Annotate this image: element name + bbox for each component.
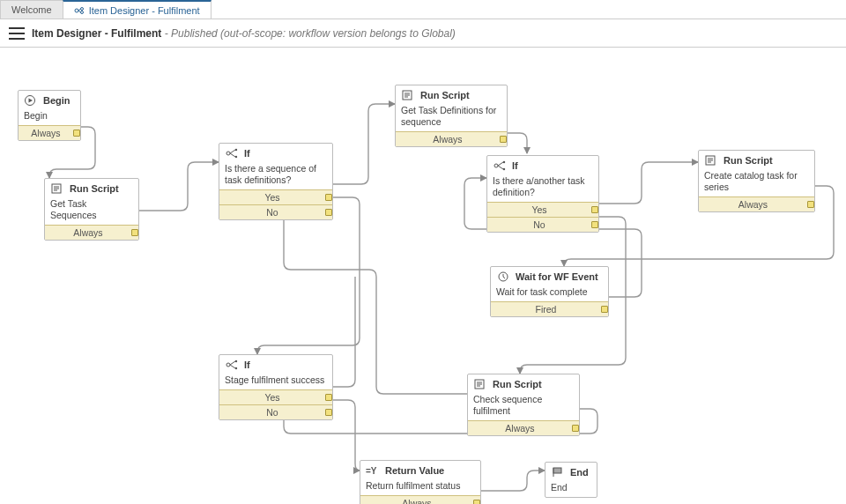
node-begin-body: Begin bbox=[19, 108, 80, 125]
svg-text:=Y: =Y bbox=[366, 466, 377, 476]
node-out: Always bbox=[699, 196, 814, 211]
svg-point-1 bbox=[80, 7, 83, 10]
port-out[interactable] bbox=[500, 136, 507, 143]
node-body: Return fulfilment status bbox=[360, 478, 480, 495]
svg-point-2 bbox=[80, 11, 83, 13]
flag-icon bbox=[551, 466, 565, 478]
node-check-sequence[interactable]: Run Script Check sequence fulfilment Alw… bbox=[467, 374, 580, 436]
breadcrumb: Item Designer - Fulfilment - Published (… bbox=[32, 27, 456, 40]
node-title: If bbox=[244, 148, 250, 159]
port-yes[interactable] bbox=[591, 206, 598, 213]
script-icon bbox=[473, 378, 487, 390]
node-begin-title: Begin bbox=[43, 95, 70, 106]
script-icon bbox=[704, 154, 718, 167]
node-title: Run Script bbox=[420, 90, 470, 100]
svg-line-15 bbox=[498, 166, 503, 169]
node-out-no: No bbox=[219, 204, 332, 219]
svg-point-7 bbox=[226, 152, 230, 155]
node-create-catalog-task[interactable]: Run Script Create catalog task for serie… bbox=[698, 150, 815, 212]
script-icon bbox=[50, 182, 64, 195]
branch-icon bbox=[225, 359, 239, 371]
svg-line-8 bbox=[230, 150, 235, 153]
node-title: If bbox=[512, 160, 518, 171]
node-title: Return Value bbox=[385, 465, 444, 476]
node-body: Get Task Sequences bbox=[45, 196, 138, 225]
tab-welcome[interactable]: Welcome bbox=[0, 0, 63, 19]
svg-point-20 bbox=[226, 363, 230, 367]
port-out[interactable] bbox=[572, 425, 579, 432]
svg-point-16 bbox=[503, 161, 505, 163]
play-icon bbox=[24, 94, 38, 107]
svg-line-21 bbox=[230, 361, 235, 365]
node-wait-wf-event[interactable]: Wait for WF Event Wait for task complete… bbox=[490, 266, 609, 317]
node-body: Wait for task complete bbox=[491, 285, 608, 301]
node-title: Wait for WF Event bbox=[516, 271, 598, 282]
node-out-yes: Yes bbox=[219, 389, 332, 404]
node-title: Run Script bbox=[70, 183, 119, 194]
menu-icon[interactable] bbox=[9, 27, 25, 40]
node-out-no: No bbox=[487, 217, 598, 232]
node-if-sequence[interactable]: If Is there a sequence of task definitio… bbox=[219, 143, 333, 220]
node-out-yes: Yes bbox=[219, 189, 332, 204]
port-out[interactable] bbox=[131, 229, 138, 236]
node-begin[interactable]: Begin Begin Always bbox=[18, 90, 81, 141]
svg-point-23 bbox=[235, 360, 237, 362]
toolbar: Item Designer - Fulfilment - Published (… bbox=[0, 19, 846, 48]
port-yes[interactable] bbox=[325, 394, 332, 401]
node-title: Run Script bbox=[724, 155, 773, 166]
svg-line-14 bbox=[498, 162, 503, 166]
node-title: End bbox=[570, 467, 589, 478]
svg-point-13 bbox=[494, 164, 498, 167]
node-out: Always bbox=[468, 420, 579, 435]
svg-point-0 bbox=[75, 9, 78, 12]
tab-active-label: Item Designer - Fulfilment bbox=[89, 5, 200, 16]
node-title: Run Script bbox=[493, 379, 542, 389]
workflow-icon bbox=[74, 6, 85, 15]
node-return-value[interactable]: =Y Return Value Return fulfilment status… bbox=[360, 460, 481, 504]
node-body: Is there a/another task definition? bbox=[487, 174, 598, 202]
port-no[interactable] bbox=[325, 209, 332, 216]
clock-icon bbox=[496, 271, 510, 283]
svg-point-10 bbox=[235, 149, 237, 151]
branch-icon bbox=[225, 147, 239, 159]
node-begin-out: Always bbox=[19, 125, 80, 140]
script-icon bbox=[401, 89, 415, 101]
node-end[interactable]: End End bbox=[545, 462, 597, 498]
node-out: Always bbox=[396, 131, 507, 146]
node-if-success[interactable]: If Stage fulfilment success Yes No bbox=[219, 354, 333, 420]
node-body: Get Task Definitions for sequence bbox=[396, 103, 507, 131]
port-no[interactable] bbox=[591, 221, 598, 228]
tab-welcome-label: Welcome bbox=[11, 4, 52, 15]
node-body: Is there a sequence of task definitions? bbox=[219, 161, 332, 189]
node-out: Always bbox=[360, 495, 480, 504]
node-get-task-definitions[interactable]: Run Script Get Task Definitions for sequ… bbox=[395, 85, 508, 147]
return-icon: =Y bbox=[366, 464, 380, 477]
page-title: Item Designer - Fulfilment bbox=[32, 27, 161, 40]
tab-item-designer[interactable]: Item Designer - Fulfilment bbox=[63, 0, 212, 19]
port-out[interactable] bbox=[807, 201, 814, 208]
svg-line-4 bbox=[78, 11, 81, 12]
port-no[interactable] bbox=[325, 409, 332, 416]
svg-point-11 bbox=[235, 156, 237, 158]
svg-line-22 bbox=[230, 365, 235, 368]
node-body: End bbox=[545, 480, 597, 497]
node-body: Check sequence fulfilment bbox=[468, 392, 579, 420]
port-yes[interactable] bbox=[325, 194, 332, 201]
port-out[interactable] bbox=[473, 500, 480, 504]
node-get-task-sequences[interactable]: Run Script Get Task Sequences Always bbox=[44, 178, 139, 241]
node-out: Always bbox=[45, 225, 138, 240]
node-body: Stage fulfilment success bbox=[219, 373, 332, 389]
branch-icon bbox=[493, 159, 507, 172]
node-if-another[interactable]: If Is there a/another task definition? Y… bbox=[486, 155, 599, 233]
workflow-canvas[interactable]: Begin Begin Always Run Script Get Task S… bbox=[0, 48, 846, 504]
node-out-no: No bbox=[219, 404, 332, 419]
port-out[interactable] bbox=[601, 306, 608, 313]
svg-point-17 bbox=[503, 168, 505, 170]
node-out-yes: Yes bbox=[487, 202, 598, 217]
svg-point-24 bbox=[235, 367, 237, 369]
tab-bar: Welcome Item Designer - Fulfilment bbox=[0, 0, 846, 19]
node-out: Fired bbox=[491, 301, 608, 316]
page-status: - Published (out-of-scope: workflow vers… bbox=[161, 27, 456, 40]
svg-line-9 bbox=[230, 153, 235, 157]
port-out[interactable] bbox=[73, 130, 80, 137]
